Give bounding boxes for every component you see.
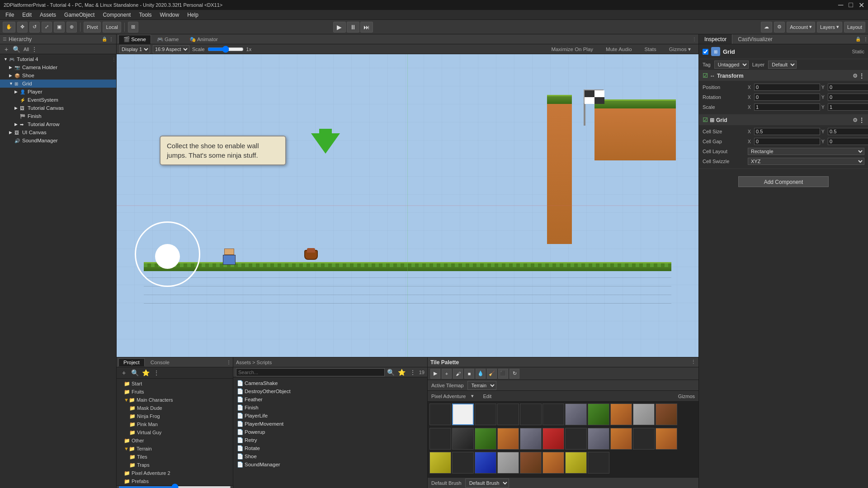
rect-tool-btn[interactable]: ▣ <box>54 22 65 33</box>
transform-settings-icon[interactable]: ⚙ <box>853 73 858 79</box>
tile-3[interactable] <box>497 404 519 425</box>
maximize-btn[interactable]: □ <box>849 1 853 9</box>
tree-item-tutorialcanvas[interactable]: ▶ 🖼 Tutorial Canvas <box>0 104 116 112</box>
script-camerashake[interactable]: 📄 CameraShake <box>233 379 427 387</box>
edit-label[interactable]: Edit <box>483 394 491 399</box>
add-component-btn[interactable]: Add Component <box>738 176 829 187</box>
project-search-btn[interactable]: 🔍 <box>130 368 139 377</box>
hand-tool-btn[interactable]: ✋ <box>3 22 15 33</box>
cellsize-x-input[interactable] <box>754 128 820 135</box>
menu-component[interactable]: Component <box>99 11 134 19</box>
script-shoe[interactable]: 📄 Shoe <box>233 452 427 460</box>
hierarchy-options[interactable]: ⋮ <box>30 45 39 54</box>
mute-audio[interactable]: Mute Audio <box>601 45 637 53</box>
tile-10[interactable] <box>656 404 677 425</box>
file-item-tiles[interactable]: 📁Tiles <box>117 453 233 461</box>
tab-castvisualizer[interactable]: CastVisualizer <box>732 34 778 44</box>
layers-btn[interactable]: Layers ▾ <box>817 22 842 33</box>
tool-fill[interactable]: ⬛ <box>498 369 508 379</box>
script-powerup[interactable]: 📄 Powerup <box>233 428 427 436</box>
tile-15[interactable] <box>520 428 542 450</box>
tab-project[interactable]: Project <box>118 358 145 366</box>
grid-comp-header[interactable]: ☑ ⊞ Grid ⚙ ⋮ <box>699 115 868 125</box>
inspector-menu[interactable]: ⋮ <box>863 37 868 42</box>
tile-palette-menu[interactable]: ⋮ <box>691 359 696 365</box>
layer-select[interactable]: Default <box>768 61 797 69</box>
gizmos-label[interactable]: Gizmos <box>678 394 695 399</box>
scale-tool-btn[interactable]: ⤢ <box>42 22 52 33</box>
assets-starred-btn[interactable]: ⭐ <box>397 368 406 377</box>
palette-dropdown[interactable]: ▾ <box>471 393 474 399</box>
tile-21[interactable] <box>656 428 677 450</box>
aspect-select[interactable]: 16:9 Aspect <box>153 45 189 53</box>
tile-7[interactable] <box>588 404 609 425</box>
hierarchy-menu[interactable]: ⋮ <box>109 37 113 42</box>
tab-game[interactable]: 🎮 Game <box>152 35 184 44</box>
menu-tools[interactable]: Tools <box>135 11 155 19</box>
tree-item-grid[interactable]: ▼ ⊞ Grid <box>0 80 116 88</box>
maximize-on-play[interactable]: Maximize On Play <box>546 45 598 53</box>
tool-move[interactable]: + <box>442 369 452 379</box>
assets-search-input[interactable] <box>236 368 385 376</box>
hierarchy-add-btn[interactable]: + <box>2 45 11 54</box>
tile-19[interactable] <box>610 428 632 450</box>
pos-x-input[interactable] <box>754 84 820 91</box>
tag-select[interactable]: Untagged <box>714 61 749 69</box>
tile-11[interactable] <box>429 428 451 450</box>
tab-animator[interactable]: 🎭 Animator <box>184 35 223 44</box>
tree-item-uicanvas[interactable]: ▶ 🖼 UI Canvas <box>0 128 116 136</box>
tile-2[interactable] <box>475 404 496 425</box>
tool-select[interactable]: ▶ <box>430 369 440 379</box>
tree-item-soundmanager[interactable]: 🔊 SoundManager <box>0 136 116 145</box>
tree-item-cameraholder[interactable]: ▶ 📷 Camera Holder <box>0 63 116 71</box>
tab-scene[interactable]: 🎬 Scene <box>118 35 151 44</box>
brush-select[interactable]: Default Brush <box>465 479 509 488</box>
tile-22[interactable] <box>429 452 451 474</box>
local-btn[interactable]: Local <box>103 22 121 33</box>
tab-console[interactable]: Console <box>146 358 175 366</box>
file-item-ninjafrog[interactable]: 📁Ninja Frog <box>117 412 233 420</box>
transform-more-icon[interactable]: ⋮ <box>859 73 864 79</box>
pivot-btn[interactable]: Pivot <box>84 22 101 33</box>
project-resize-handle[interactable] <box>117 485 233 488</box>
menu-edit[interactable]: Edit <box>19 11 35 19</box>
cellgap-y-input[interactable] <box>828 138 868 145</box>
move-tool-btn[interactable]: ✥ <box>17 22 28 33</box>
menu-assets[interactable]: Assets <box>36 11 60 19</box>
play-btn[interactable]: ▶ <box>333 22 346 33</box>
tile-29[interactable] <box>588 452 609 474</box>
step-btn[interactable]: ⏭ <box>360 22 373 33</box>
scale-y-input[interactable] <box>828 103 868 111</box>
stats-btn[interactable]: Stats <box>640 45 661 53</box>
tile-13[interactable] <box>475 428 496 450</box>
rot-y-input[interactable] <box>828 94 868 101</box>
tile-24[interactable] <box>475 452 496 474</box>
tile-0[interactable] <box>429 404 451 425</box>
scale-x-input[interactable] <box>754 103 820 111</box>
project-options-btn[interactable]: ⋮ <box>152 368 161 377</box>
tree-item-player[interactable]: ▶ 👤 Player <box>0 88 116 96</box>
script-playerlife[interactable]: 📄 PlayerLife <box>233 412 427 420</box>
menu-gameobject[interactable]: GameObject <box>61 11 98 19</box>
tile-6[interactable] <box>565 404 587 425</box>
display-select[interactable]: Display 1 <box>119 45 150 53</box>
tile-14[interactable] <box>497 428 519 450</box>
tree-item-shoe[interactable]: ▶ 📦 Shoe <box>0 71 116 80</box>
tool-rotate[interactable]: ↻ <box>509 369 519 379</box>
pause-btn[interactable]: ⏸ <box>347 22 359 33</box>
scale-slider[interactable] <box>208 46 244 53</box>
close-btn[interactable]: ✕ <box>859 1 864 9</box>
menu-window[interactable]: Window <box>156 11 183 19</box>
file-item-start[interactable]: 📁Start <box>117 380 233 388</box>
tile-17[interactable] <box>565 428 587 450</box>
project-starred-btn[interactable]: ⭐ <box>141 368 150 377</box>
grid-settings-icon[interactable]: ⚙ <box>853 117 858 123</box>
project-scroll[interactable] <box>118 486 231 488</box>
cellgap-x-input[interactable] <box>754 138 820 145</box>
tile-8[interactable] <box>610 404 632 425</box>
tool-fill-box[interactable]: ■ <box>464 369 474 379</box>
assets-filter-btn[interactable]: 🔍 <box>387 368 396 377</box>
tab-inspector[interactable]: Inspector <box>699 34 732 44</box>
tool-erase[interactable]: 🧹 <box>487 369 497 379</box>
tile-16[interactable] <box>542 428 564 450</box>
